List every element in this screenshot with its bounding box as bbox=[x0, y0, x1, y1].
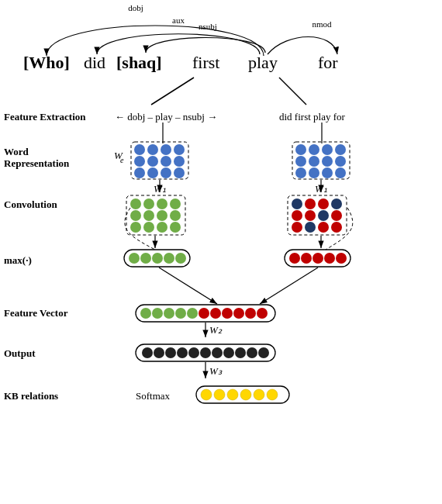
circle-fv-green bbox=[175, 308, 186, 319]
circle-kb-yellow bbox=[254, 389, 264, 400]
arrow-right-fv bbox=[260, 268, 318, 304]
label-feature-vector: Feature Vector bbox=[4, 307, 68, 319]
circle-blue-r bbox=[309, 167, 319, 178]
circle-red-max bbox=[313, 253, 323, 264]
dep-label-dobj: dobj bbox=[128, 3, 143, 12]
circle-red-max bbox=[289, 253, 300, 264]
circle-output bbox=[258, 347, 269, 358]
circle-output bbox=[200, 347, 211, 358]
circle-dark-conv bbox=[292, 198, 302, 209]
circle-green-conv bbox=[143, 222, 154, 233]
circle-red-conv bbox=[305, 210, 316, 221]
right-path-label: did first play for bbox=[279, 111, 346, 123]
word-did: did bbox=[84, 53, 105, 72]
circle-blue-r bbox=[295, 167, 306, 178]
circle-red-conv bbox=[331, 222, 342, 233]
circle-output bbox=[142, 347, 153, 358]
circle-blue bbox=[134, 167, 145, 178]
word-shaq: [shaq] bbox=[116, 53, 162, 72]
circle-kb-yellow bbox=[240, 389, 251, 400]
circle-output bbox=[165, 347, 176, 358]
circle-blue bbox=[174, 167, 185, 178]
w3-label: W₃ bbox=[209, 365, 223, 377]
circle-output bbox=[177, 347, 188, 358]
circle-red-conv bbox=[292, 210, 302, 221]
circle-green-conv bbox=[170, 198, 181, 209]
dep-arc-nmod bbox=[268, 37, 337, 55]
circle-blue bbox=[174, 144, 185, 155]
circle-blue bbox=[147, 156, 158, 167]
circle-fv-green bbox=[140, 308, 151, 319]
circle-kb-yellow bbox=[267, 389, 278, 400]
circle-green-conv bbox=[170, 210, 181, 221]
circle-fv-red bbox=[257, 308, 268, 319]
circle-green-max bbox=[129, 253, 140, 264]
circle-blue-r bbox=[335, 167, 346, 178]
circle-red-max bbox=[324, 253, 335, 264]
circle-blue bbox=[174, 156, 185, 167]
circle-kb-yellow bbox=[214, 389, 225, 400]
word-play: play bbox=[248, 53, 278, 72]
circle-blue bbox=[161, 167, 171, 178]
circle-output bbox=[247, 347, 257, 358]
circle-fv-red bbox=[222, 308, 233, 319]
left-path-label: ← dobj – play – nsubj → bbox=[115, 111, 217, 123]
circle-red-conv bbox=[318, 222, 329, 233]
dep-label-aux: aux bbox=[172, 16, 185, 25]
softmax-label: Softmax bbox=[136, 390, 171, 402]
label-convolution: Convolution bbox=[4, 198, 57, 210]
circle-output bbox=[154, 347, 164, 358]
label-representation: Representation bbox=[4, 157, 70, 169]
w1-label-left: W₁ bbox=[154, 183, 166, 195]
circle-blue-r bbox=[309, 156, 319, 167]
circle-green-conv bbox=[157, 222, 167, 233]
circle-red-max bbox=[301, 253, 312, 264]
circle-blue-r bbox=[322, 167, 333, 178]
we-subscript: e bbox=[120, 156, 124, 164]
circle-green-max bbox=[175, 253, 186, 264]
circle-output bbox=[235, 347, 246, 358]
circle-green-conv bbox=[143, 210, 154, 221]
branch-right bbox=[279, 78, 306, 105]
circle-red-conv bbox=[305, 198, 316, 209]
arrow-left-fv bbox=[159, 268, 217, 304]
circle-green-conv bbox=[130, 210, 141, 221]
circle-red-conv bbox=[331, 210, 342, 221]
circle-green-conv bbox=[130, 222, 141, 233]
circle-output bbox=[212, 347, 223, 358]
circle-blue bbox=[134, 144, 145, 155]
circle-blue bbox=[147, 167, 158, 178]
circle-green-conv bbox=[143, 198, 154, 209]
label-feature-extraction: Feature Extraction bbox=[4, 111, 86, 123]
circle-green-conv bbox=[170, 222, 181, 233]
circle-fv-red bbox=[233, 308, 244, 319]
circle-blue-r bbox=[335, 156, 346, 167]
circle-fv-red bbox=[199, 308, 209, 319]
circle-blue-r bbox=[309, 144, 319, 155]
circle-green-max bbox=[164, 253, 174, 264]
circle-output bbox=[188, 347, 199, 358]
diagram: [Who] did [shaq] first play for dobj aux… bbox=[0, 0, 442, 504]
circle-green-conv bbox=[157, 210, 167, 221]
w2-label: W₂ bbox=[209, 324, 223, 336]
word-first: first bbox=[192, 53, 219, 72]
circle-fv-green bbox=[152, 308, 163, 319]
label-kb-relations: KB relations bbox=[4, 390, 58, 402]
circle-dark-conv bbox=[318, 210, 329, 221]
circle-blue bbox=[161, 144, 171, 155]
circle-output bbox=[223, 347, 234, 358]
circle-blue bbox=[134, 156, 145, 167]
circle-kb-yellow bbox=[227, 389, 238, 400]
w1-label-right: W₁ bbox=[315, 183, 327, 195]
dep-arc-dobj bbox=[47, 26, 264, 56]
label-output: Output bbox=[4, 347, 36, 359]
circle-dark-conv bbox=[331, 198, 342, 209]
circle-blue-r bbox=[335, 144, 346, 155]
label-word-rep: Word bbox=[4, 146, 29, 157]
label-max: max(·) bbox=[4, 254, 32, 266]
circle-red-max bbox=[336, 253, 347, 264]
circle-blue bbox=[161, 156, 171, 167]
circle-kb-yellow bbox=[201, 389, 212, 400]
circle-blue bbox=[147, 144, 158, 155]
circle-green-max bbox=[152, 253, 163, 264]
